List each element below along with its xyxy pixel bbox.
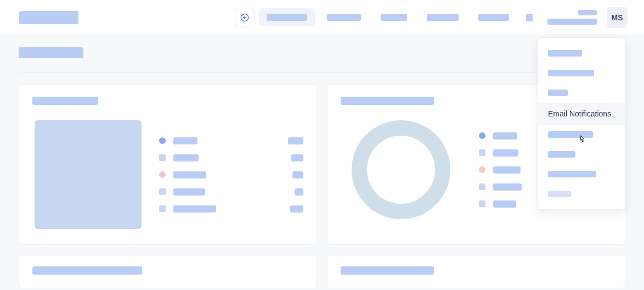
user-menu-item-4[interactable] — [538, 125, 625, 144]
legend-label — [493, 132, 517, 140]
menu-item-label — [548, 131, 593, 138]
user-avatar[interactable]: MS — [607, 7, 628, 28]
plus-icon — [240, 13, 250, 23]
nav-item-1[interactable] — [319, 8, 369, 26]
avatar-initials: MS — [612, 13, 623, 22]
chart-legend — [159, 137, 303, 213]
stats-card-left — [19, 84, 317, 245]
legend-label — [493, 166, 521, 174]
legend-row — [159, 188, 303, 196]
legend-label — [493, 183, 522, 191]
user-info[interactable] — [547, 10, 597, 25]
page-content: Email Notifications — [0, 35, 644, 288]
menu-item-label — [548, 171, 596, 177]
legend-row — [159, 154, 303, 161]
donut-chart — [352, 120, 450, 219]
nav-items: MS — [235, 7, 628, 28]
legend-value — [288, 137, 303, 144]
nav-item-2[interactable] — [373, 8, 415, 26]
legend-marker — [159, 154, 166, 161]
user-menu-item-0[interactable] — [538, 43, 625, 63]
user-menu-item-1[interactable] — [538, 63, 625, 83]
panel-right — [327, 255, 625, 288]
legend-row — [159, 171, 303, 179]
user-menu-item-3[interactable]: Email Notifications — [538, 103, 625, 125]
notification-button[interactable] — [521, 9, 538, 26]
legend-marker — [479, 166, 485, 173]
nav-item-0[interactable] — [259, 8, 315, 26]
legend-row — [159, 205, 303, 213]
top-bar: MS — [0, 0, 644, 35]
user-menu-item-6[interactable] — [538, 164, 625, 184]
menu-item-label — [548, 151, 575, 158]
menu-item-label — [548, 191, 571, 197]
legend-marker — [479, 149, 485, 156]
cards-row-2 — [19, 255, 625, 288]
user-menu-item-5[interactable] — [538, 144, 625, 164]
legend-marker — [159, 188, 166, 195]
legend-row — [159, 137, 303, 144]
panel-left — [19, 255, 317, 288]
legend-marker — [159, 205, 166, 212]
legend-marker — [159, 137, 166, 144]
card-title — [32, 97, 98, 105]
nav-item-label — [267, 14, 307, 21]
legend-value — [292, 171, 303, 179]
legend-value — [290, 205, 303, 213]
menu-item-label — [548, 90, 568, 96]
user-menu-item-2[interactable] — [538, 83, 625, 103]
user-menu-item-7[interactable] — [538, 184, 625, 204]
cards-row — [19, 84, 625, 245]
nav-item-label — [381, 14, 407, 21]
menu-item-label — [548, 50, 582, 57]
legend-marker — [479, 183, 485, 190]
legend-marker — [479, 132, 485, 139]
user-role — [547, 19, 597, 25]
bell-icon — [526, 14, 533, 21]
page-title — [19, 47, 83, 58]
nav-item-label — [327, 14, 361, 21]
legend-label — [493, 200, 516, 208]
chart-placeholder — [35, 120, 142, 229]
user-name — [578, 10, 597, 15]
legend-label — [173, 154, 199, 161]
legend-label — [173, 188, 205, 196]
card-title — [32, 266, 142, 275]
legend-label — [173, 137, 197, 144]
legend-marker — [479, 200, 485, 207]
nav-item-label — [427, 14, 459, 21]
nav-item-4[interactable] — [471, 8, 517, 26]
nav-item-3[interactable] — [419, 8, 466, 26]
app-logo[interactable] — [19, 11, 78, 24]
menu-item-label: Email Notifications — [548, 109, 611, 118]
legend-label — [493, 149, 518, 157]
card-title — [341, 266, 434, 275]
legend-marker — [159, 171, 166, 178]
legend-value — [291, 154, 303, 161]
user-menu-dropdown: Email Notifications — [538, 37, 625, 210]
add-button[interactable] — [235, 8, 255, 27]
legend-label — [173, 171, 206, 179]
divider — [19, 72, 625, 73]
menu-item-label — [548, 70, 594, 76]
card-title — [341, 97, 434, 105]
legend-label — [173, 205, 216, 213]
nav-item-label — [478, 14, 509, 21]
legend-value — [295, 188, 303, 196]
